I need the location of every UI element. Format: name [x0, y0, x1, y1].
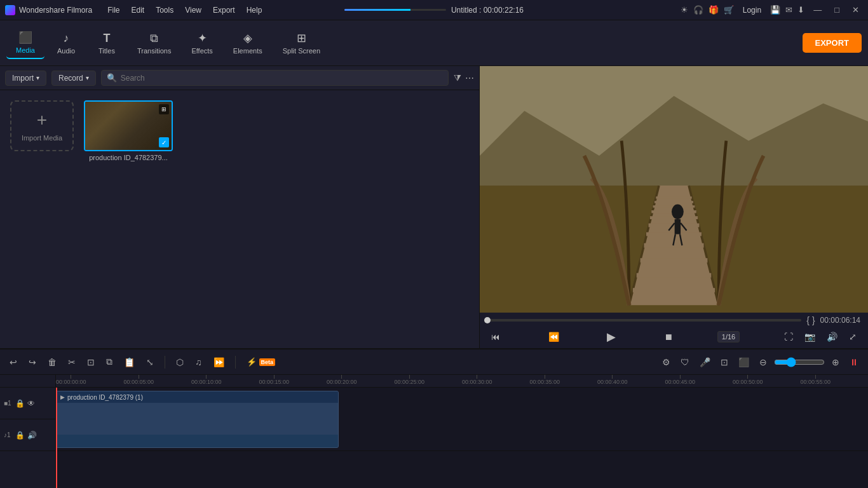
lock-icon-v[interactable]: 🔒: [15, 399, 25, 408]
audio-track: [56, 451, 868, 483]
eye-icon-v[interactable]: 👁: [27, 399, 35, 408]
video-clip[interactable]: ▶ production ID_4782379 (1): [56, 391, 339, 448]
fullscreen-button[interactable]: ⛶: [780, 330, 797, 344]
export-button[interactable]: EXPORT: [803, 33, 862, 53]
headphone-icon[interactable]: 🎧: [693, 5, 703, 15]
shield-icon[interactable]: 🛡: [677, 355, 693, 369]
step-back-button[interactable]: ⏮: [487, 330, 504, 344]
menu-edit[interactable]: Edit: [126, 4, 150, 16]
mail-icon[interactable]: ✉: [785, 5, 792, 15]
volume-button[interactable]: 🔊: [823, 330, 841, 344]
paste-button[interactable]: 📋: [121, 355, 138, 369]
frame-back-button[interactable]: ⏪: [545, 330, 563, 344]
color-button[interactable]: ⬡: [173, 355, 187, 369]
crop-button[interactable]: ⊡: [84, 355, 98, 369]
toolbar-elements[interactable]: ◈ Elements: [224, 27, 271, 58]
search-icon: 🔍: [107, 73, 117, 83]
ruler-tick: 00:00:30:00: [462, 375, 492, 385]
lock-icon-a[interactable]: 🔒: [15, 431, 25, 440]
zoom-out-tl[interactable]: ⊖: [756, 355, 770, 369]
delete-button[interactable]: 🗑: [44, 355, 60, 369]
audio-track-controls: ♪1 🔒 🔊: [0, 419, 55, 451]
track-number-1: ■1: [4, 400, 13, 407]
seek-bar[interactable]: [487, 319, 801, 322]
toolbar-titles[interactable]: T Titles: [88, 28, 126, 58]
menu-export[interactable]: Export: [208, 4, 240, 16]
screenshot-button[interactable]: 📷: [801, 330, 819, 344]
volume-icon-a[interactable]: 🔊: [27, 431, 37, 440]
titlebar-right: ☀ 🎧 🎁 🛒 Login 💾 ✉ ⬇ — □ ✕: [681, 4, 863, 16]
toolbar-audio[interactable]: ♪ Audio: [47, 28, 85, 58]
mic-icon[interactable]: 🎤: [696, 355, 714, 369]
playback-rate-button[interactable]: 1/16: [717, 331, 740, 342]
copy-button[interactable]: ⧉: [103, 355, 116, 369]
record-dropdown[interactable]: Record: [51, 71, 96, 86]
save-icon[interactable]: 💾: [770, 5, 780, 15]
seek-bar-container: { } 00:00:06:14: [487, 315, 860, 325]
titles-icon: T: [104, 32, 111, 45]
menu-help[interactable]: Help: [241, 4, 268, 16]
ruler-tick: 00:00:10:00: [191, 375, 222, 385]
sun-icon[interactable]: ☀: [681, 5, 688, 15]
import-media-button[interactable]: + Import Media: [10, 100, 74, 151]
playhead[interactable]: [56, 388, 57, 488]
settings-icon[interactable]: ⚙: [659, 355, 674, 369]
play-button[interactable]: ▶: [603, 328, 620, 346]
in-point-bracket[interactable]: {: [806, 315, 810, 325]
menu-tools[interactable]: Tools: [151, 4, 179, 16]
svg-rect-18: [675, 219, 681, 234]
maximize-button[interactable]: □: [831, 5, 843, 15]
zoom-slider[interactable]: [774, 357, 825, 367]
elements-icon: ◈: [243, 31, 252, 45]
import-label: Import Media: [22, 134, 62, 142]
control-buttons: ⏮ ⏪ ▶ ⏹ 1/16 ⛶ 📷 🔊 ⤢: [487, 328, 860, 346]
app-logo: [5, 5, 15, 15]
splitscreen-icon: ⊞: [297, 31, 306, 45]
video-track: ▶ production ID_4782379 (1): [56, 388, 868, 451]
pause-all-btn[interactable]: ⏸: [846, 355, 862, 369]
menu-view[interactable]: View: [180, 4, 207, 16]
download-icon[interactable]: ⬇: [797, 5, 804, 15]
bridge-svg: [480, 66, 868, 313]
clip-header: ▶ production ID_4782379 (1): [57, 391, 338, 403]
toolbar-transitions[interactable]: ⧉ Transitions: [128, 28, 180, 58]
track-icon[interactable]: ⬛: [735, 355, 752, 369]
clip-options-icon: ⊞: [159, 104, 169, 114]
timeline-right-tools: ⚙ 🛡 🎤 ⊡ ⬛ ⊖ ⊕ ⏸: [659, 355, 862, 369]
ai-button[interactable]: ⚡ Beta: [243, 355, 279, 369]
clip-film-strip: [57, 403, 338, 435]
redo-button[interactable]: ↪: [25, 355, 39, 369]
zoom-out-preview[interactable]: ⤢: [845, 330, 860, 344]
menu-bar: File Edit Tools View Export Help: [102, 4, 267, 16]
timeline-ruler[interactable]: 00:00:00:0000:00:05:0000:00:10:0000:00:1…: [56, 375, 868, 388]
filter-icon[interactable]: ⧩: [454, 72, 461, 83]
grid-view-icon[interactable]: ⋯: [465, 73, 474, 83]
speed-button[interactable]: ⏩: [210, 355, 227, 369]
out-point-bracket[interactable]: }: [812, 315, 815, 325]
gift-icon[interactable]: 🎁: [709, 5, 719, 15]
loading-progress: [344, 9, 446, 11]
store-icon[interactable]: 🛒: [724, 5, 734, 15]
media-item[interactable]: ⊞ ✓ production ID_4782379...: [84, 100, 173, 161]
resize-button[interactable]: ⤡: [143, 355, 157, 369]
close-button[interactable]: ✕: [848, 5, 863, 15]
login-button[interactable]: Login: [739, 4, 765, 16]
svg-point-17: [672, 205, 684, 220]
timeline-content: 00:00:00:0000:00:05:0000:00:10:0000:00:1…: [56, 375, 868, 488]
audio-button[interactable]: ♫: [192, 355, 205, 369]
minimize-button[interactable]: —: [810, 5, 825, 15]
caption-icon[interactable]: ⊡: [717, 355, 731, 369]
toolbar-media[interactable]: ⬛ Media: [6, 27, 44, 59]
menu-file[interactable]: File: [102, 4, 125, 16]
import-dropdown[interactable]: Import: [5, 71, 46, 86]
ruler-tick: 00:00:05:00: [124, 375, 154, 385]
undo-button[interactable]: ↩: [6, 355, 20, 369]
stop-button[interactable]: ⏹: [660, 330, 677, 344]
toolbar-splitscreen[interactable]: ⊞ Split Screen: [274, 27, 329, 58]
cut-button[interactable]: ✂: [65, 355, 79, 369]
video-track-controls: ■1 🔒 👁: [0, 388, 55, 419]
zoom-in-tl[interactable]: ⊕: [829, 355, 843, 369]
toolbar-effects[interactable]: ✦ Effects: [182, 27, 221, 58]
search-input[interactable]: [121, 74, 443, 83]
media-icon: ⬛: [18, 30, 32, 44]
